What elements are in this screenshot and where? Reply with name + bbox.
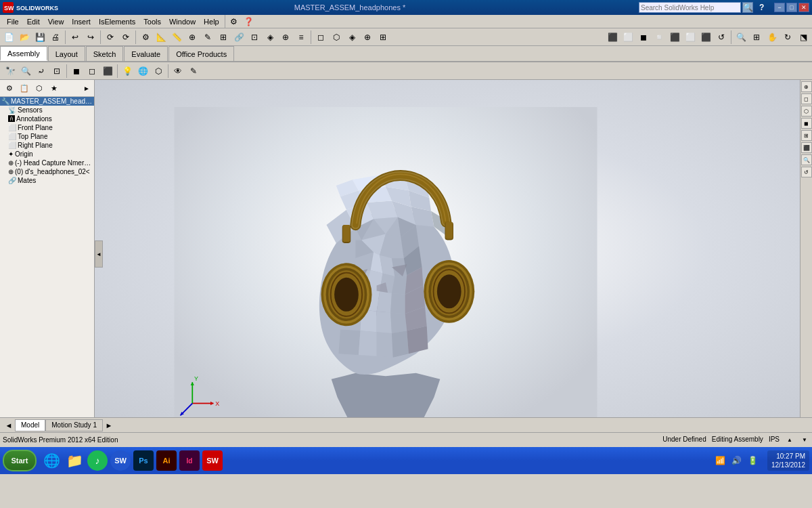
- tab-evaluate[interactable]: Evaluate: [124, 46, 168, 61]
- viewport[interactable]: ⊡ ⤾ ⬡ ◼ ⬜ ◼ ◻ 💡 🌐 ✨ ⊡: [95, 80, 812, 417]
- tool14[interactable]: ◈: [344, 30, 359, 45]
- tool13[interactable]: ⬡: [329, 30, 344, 45]
- new-button[interactable]: 📄: [1, 30, 16, 45]
- taskbar-sw2-icon[interactable]: SW: [202, 450, 223, 471]
- tool15[interactable]: ⊕: [360, 30, 375, 45]
- tray-battery-icon[interactable]: 🔋: [746, 454, 760, 467]
- options-button[interactable]: ⚙: [138, 30, 153, 45]
- vt-render[interactable]: 🌐: [135, 64, 150, 79]
- panel-collapse-arrow[interactable]: ►: [82, 83, 91, 93]
- property-manager-icon[interactable]: 📋: [18, 81, 31, 95]
- taskbar-id-icon[interactable]: Id: [179, 450, 200, 471]
- zoom-fit[interactable]: ⊞: [749, 30, 764, 45]
- units-up-btn[interactable]: ▲: [785, 436, 794, 445]
- tree-sensors[interactable]: 📡 Sensors: [0, 106, 94, 114]
- print-button[interactable]: 🖨: [48, 30, 63, 45]
- vt-zoom-prev[interactable]: ⤾: [34, 64, 49, 79]
- tool8[interactable]: ⊡: [247, 30, 262, 45]
- section-view[interactable]: ⬔: [796, 30, 811, 45]
- vt-zoom-sheet[interactable]: ⊡: [49, 64, 64, 79]
- view-rotate[interactable]: ↺: [714, 30, 729, 45]
- menu-window[interactable]: Window: [165, 16, 200, 27]
- vt-display3[interactable]: ⬛: [100, 64, 115, 79]
- redo-button[interactable]: ↪: [83, 30, 98, 45]
- tool4[interactable]: ⊕: [185, 30, 200, 45]
- tool5[interactable]: ✎: [200, 30, 215, 45]
- rebuild2-button[interactable]: ⟳: [118, 30, 133, 45]
- rsp-6[interactable]: ⬛: [801, 142, 812, 153]
- scroll-right-btn[interactable]: ►: [103, 421, 115, 429]
- tool11[interactable]: ≡: [294, 30, 309, 45]
- tree-right-plane[interactable]: ⬜ Right Plane: [0, 141, 94, 150]
- rebuild-button[interactable]: ⟳: [103, 30, 118, 45]
- view-2d[interactable]: ⬛: [698, 30, 713, 45]
- taskbar-explorer-icon[interactable]: 📁: [64, 450, 85, 471]
- measure-button[interactable]: 📏: [169, 30, 184, 45]
- open-button[interactable]: 📂: [17, 30, 32, 45]
- tool9[interactable]: ◈: [263, 30, 277, 45]
- rotate[interactable]: ↻: [780, 30, 795, 45]
- tool12[interactable]: ◻: [313, 30, 328, 45]
- view-orient2[interactable]: ⬜: [621, 30, 635, 45]
- tray-network-icon[interactable]: 📶: [714, 454, 727, 467]
- menu-view[interactable]: View: [44, 16, 68, 27]
- rsp-5[interactable]: ⊞: [801, 130, 812, 141]
- toolbar-quick2[interactable]: ❓: [242, 14, 256, 29]
- menu-file[interactable]: File: [3, 16, 23, 27]
- rsp-3[interactable]: ⬡: [801, 106, 812, 117]
- tab-layout[interactable]: Layout: [48, 46, 85, 61]
- taskbar-ps-icon[interactable]: Ps: [133, 450, 154, 471]
- tab-model[interactable]: Model: [15, 419, 45, 431]
- taskbar-sw-icon[interactable]: SW: [110, 450, 131, 471]
- pan[interactable]: ✋: [765, 30, 780, 45]
- tree-headphones[interactable]: ⊕ (0) d's_headphones_02<: [0, 167, 94, 176]
- tab-motion-study[interactable]: Motion Study 1: [45, 419, 103, 431]
- tree-front-plane[interactable]: ⬜ Front Plane: [0, 123, 94, 132]
- tree-annotations[interactable]: 🅰 Annotations: [0, 114, 94, 123]
- vt-zoom-sel[interactable]: 🔍: [18, 64, 33, 79]
- menu-help[interactable]: Help: [200, 16, 223, 27]
- start-button[interactable]: Start: [3, 450, 37, 471]
- save-button[interactable]: 💾: [32, 30, 47, 45]
- search-button[interactable]: 🔍: [742, 2, 753, 13]
- menu-insert[interactable]: Insert: [68, 16, 95, 27]
- tree-origin[interactable]: ✦ Origin: [0, 150, 94, 158]
- rsp-2[interactable]: ◻: [801, 93, 812, 104]
- menu-edit[interactable]: Edit: [23, 16, 44, 27]
- view-front[interactable]: ⬛: [667, 30, 682, 45]
- restore-button[interactable]: □: [786, 3, 797, 12]
- minimize-button[interactable]: −: [774, 3, 785, 12]
- vt-edit[interactable]: ✎: [186, 64, 201, 79]
- search-input[interactable]: [639, 2, 741, 13]
- vt-persp[interactable]: ⬡: [151, 64, 166, 79]
- view-iso[interactable]: ⬜: [683, 30, 698, 45]
- tool10[interactable]: ⊕: [278, 30, 293, 45]
- view-orient1[interactable]: ⬛: [605, 30, 620, 45]
- system-clock[interactable]: 10:27 PM 12/13/2012: [767, 450, 809, 471]
- rsp-7[interactable]: 🔍: [801, 154, 812, 165]
- taskbar-ai-icon[interactable]: Ai: [156, 450, 177, 471]
- vt-display1[interactable]: ◼: [69, 64, 84, 79]
- rsp-1[interactable]: ⊕: [801, 81, 812, 92]
- tool6[interactable]: ⊞: [216, 30, 231, 45]
- taskbar-spotify-icon[interactable]: ♪: [87, 450, 108, 471]
- feature-manager-icon[interactable]: ⚙: [3, 81, 16, 95]
- toolbar-quick1[interactable]: ⚙: [227, 14, 242, 29]
- vt-light[interactable]: 💡: [120, 64, 135, 79]
- tab-sketch[interactable]: Sketch: [86, 46, 124, 61]
- tree-top-plane[interactable]: ⬜ Top Plane: [0, 132, 94, 141]
- scroll-left-btn[interactable]: ◄: [3, 421, 15, 429]
- taskbar-ie-icon[interactable]: 🌐: [41, 450, 62, 471]
- zoom-in[interactable]: 🔍: [734, 30, 748, 45]
- menu-tools[interactable]: Tools: [139, 16, 165, 27]
- rsp-8[interactable]: ↺: [801, 167, 812, 177]
- snap-button[interactable]: 📐: [154, 30, 168, 45]
- tree-mates[interactable]: 🔗 Mates: [0, 176, 94, 185]
- favorites-icon[interactable]: ★: [47, 81, 61, 95]
- tab-assembly[interactable]: Assembly: [0, 46, 47, 61]
- tab-office[interactable]: Office Products: [168, 46, 234, 61]
- tray-sound-icon[interactable]: 🔊: [730, 454, 744, 467]
- undo-button[interactable]: ↩: [68, 30, 83, 45]
- vt-hide[interactable]: 👁: [171, 64, 185, 79]
- search-help-button[interactable]: ?: [754, 0, 769, 15]
